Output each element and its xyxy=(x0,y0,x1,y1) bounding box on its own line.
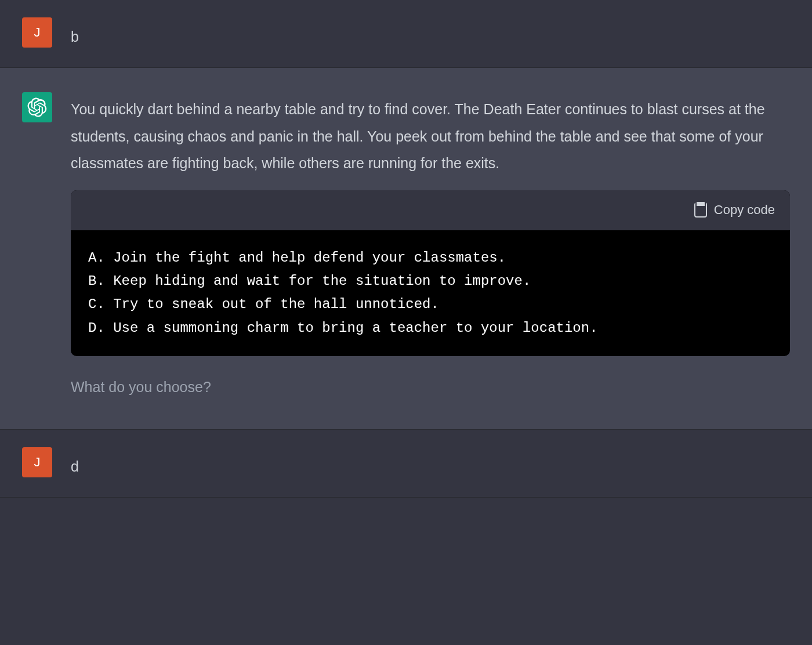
user-message-content: b xyxy=(71,17,790,50)
code-line-d: D. Use a summoning charm to bring a teac… xyxy=(88,320,598,336)
assistant-avatar xyxy=(22,92,52,122)
copy-code-button[interactable]: Copy code xyxy=(694,198,775,222)
user-avatar-letter: J xyxy=(34,25,41,40)
clipboard-icon xyxy=(694,202,707,218)
user-message-row-2: J d xyxy=(0,430,812,498)
user-message-content-2: d xyxy=(71,447,790,480)
assistant-paragraph: You quickly dart behind a nearby table a… xyxy=(71,96,790,176)
user-avatar: J xyxy=(22,17,52,48)
assistant-message-row: You quickly dart behind a nearby table a… xyxy=(0,68,812,430)
code-line-b: B. Keep hiding and wait for the situatio… xyxy=(88,273,531,289)
code-header: Copy code xyxy=(71,190,790,230)
code-block: Copy code A. Join the fight and help def… xyxy=(71,190,790,356)
user-message-row: J b xyxy=(0,0,812,68)
code-body: A. Join the fight and help defend your c… xyxy=(71,230,790,356)
user-avatar-2: J xyxy=(22,447,52,477)
openai-logo-icon xyxy=(27,97,47,117)
closing-question: What do you choose? xyxy=(71,374,790,400)
user-message-text-2: d xyxy=(71,458,79,474)
user-avatar-letter-2: J xyxy=(34,455,41,470)
code-line-c: C. Try to sneak out of the hall unnotice… xyxy=(88,296,439,312)
user-message-text: b xyxy=(71,28,79,45)
copy-code-label: Copy code xyxy=(714,198,775,222)
assistant-message-content: You quickly dart behind a nearby table a… xyxy=(71,92,790,400)
code-line-a: A. Join the fight and help defend your c… xyxy=(88,250,506,266)
